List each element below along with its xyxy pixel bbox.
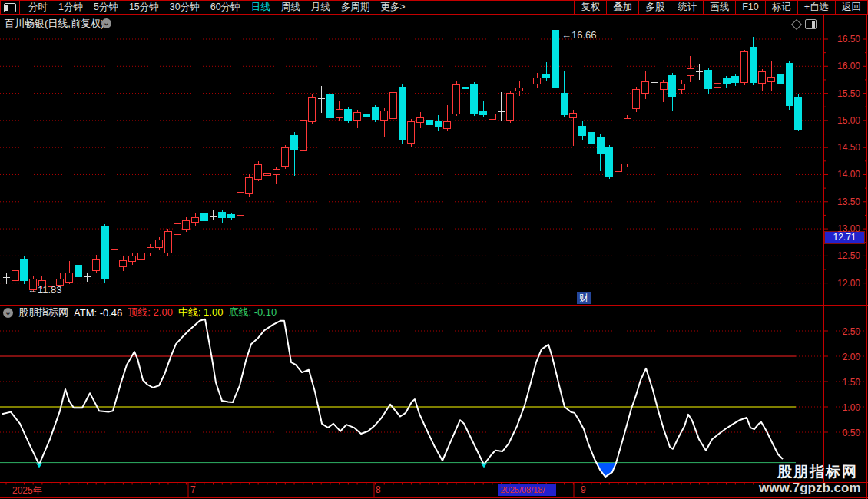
indicator-axis-label: 1.50 (843, 377, 860, 388)
price-axis-label: 14.00 (837, 169, 860, 180)
toolbar-button-7[interactable]: +自选 (797, 1, 835, 14)
timeframe-tab-5[interactable]: 60分钟 (205, 1, 246, 14)
toolbar-button-0[interactable]: 复权 (574, 1, 606, 14)
indicator-param-0: ATM: -0.46 (74, 307, 122, 319)
candle-up (246, 177, 253, 194)
timeframe-tab-4[interactable]: 30分钟 (164, 1, 205, 14)
finance-badge[interactable]: 财 (577, 292, 591, 304)
candle-up (516, 88, 523, 91)
price-axis-label: 16.00 (837, 61, 860, 71)
candle-up (507, 94, 514, 121)
candle-down (372, 108, 379, 120)
indicator-axis-label: 2.00 (843, 352, 860, 362)
collapse-icon[interactable]: ⌄ (3, 308, 13, 318)
candle-down (435, 121, 442, 127)
candle-up (156, 240, 163, 247)
candle-down (399, 87, 406, 139)
toolbar-button-2[interactable]: 多股 (638, 1, 671, 14)
toolbar-button-1[interactable]: 叠加 (606, 1, 638, 14)
candle-up (759, 71, 766, 84)
chevron-down-icon[interactable]: ⌄ (101, 18, 111, 28)
candle-down (345, 110, 352, 121)
toolbar-button-8[interactable]: 返回 (835, 1, 867, 14)
indicator-axis: 2.502.001.501.000.50 (823, 305, 868, 482)
panel-window-icon[interactable] (805, 19, 817, 29)
indicator-axis-label: 0.50 (843, 428, 860, 438)
candle-down (723, 78, 730, 84)
watermark-title: 股朋指标网 (777, 462, 858, 482)
candle-up (282, 148, 289, 167)
split-window-icon[interactable] (1, 1, 20, 14)
candle-down (228, 214, 235, 218)
dip-marker (36, 464, 42, 468)
watermark-url: www.7gpzb.com (759, 481, 861, 496)
high-price-label: ←16.66 (562, 29, 597, 41)
timeframe-tab-9[interactable]: 多周期 (336, 1, 376, 14)
timeframe-tab-0[interactable]: 分时 (23, 1, 53, 14)
candle-up (164, 232, 171, 253)
candle-up (453, 84, 460, 114)
indicator-axis-label: 2.50 (843, 326, 860, 337)
candle-up (687, 69, 694, 75)
timeframe-tab-3[interactable]: 15分钟 (124, 1, 164, 14)
timeframe-tab-8[interactable]: 月线 (306, 1, 336, 14)
candle-down (200, 213, 207, 220)
candle-up (147, 247, 154, 253)
candle-up (263, 173, 270, 176)
indicator-axis-label: 1.00 (843, 402, 860, 413)
timeframe-tab-1[interactable]: 1分钟 (53, 1, 88, 14)
indicator-name[interactable]: 股朋指标网 (18, 306, 68, 319)
candle-down (597, 137, 604, 153)
price-axis-label: 15.50 (837, 88, 860, 99)
candle-up (408, 121, 415, 143)
candle-up (354, 112, 361, 121)
candle-down (543, 74, 550, 78)
candle-up (336, 110, 343, 118)
candle-down (750, 48, 757, 83)
timeframe-tab-10[interactable]: 更多> (375, 1, 410, 14)
candle-up (192, 218, 199, 223)
candle-up (444, 121, 451, 128)
candle-up (111, 250, 118, 286)
candle-up (381, 111, 388, 121)
candle-up (255, 164, 262, 179)
year-label: 2025年 (12, 484, 42, 497)
selected-date-box: 2025/08/18/— (498, 484, 556, 496)
month-label-7: 7 (190, 484, 196, 495)
candle-down (219, 213, 226, 218)
candle-up (570, 114, 577, 118)
candle-up (120, 260, 127, 266)
timeframe-tab-7[interactable]: 周线 (276, 1, 306, 14)
candle-down (732, 76, 739, 82)
candle-up (389, 92, 396, 119)
price-axis: 16.5016.0015.5015.0014.5014.0013.5013.00… (823, 15, 868, 305)
indicator-param-3: 底线: -0.10 (228, 306, 277, 319)
toolbar-button-5[interactable]: F10 (735, 1, 765, 14)
month-label-9: 9 (581, 484, 586, 495)
candle-down (552, 31, 558, 88)
toolbar-button-3[interactable]: 统计 (671, 1, 703, 14)
candle-up (489, 114, 495, 119)
candle-up (768, 77, 775, 81)
candle-up (183, 220, 190, 229)
candle-up (714, 84, 721, 87)
toolbar-button-6[interactable]: 标记 (765, 1, 797, 14)
low-price-label: ←11.83 (28, 284, 62, 296)
candle-up (741, 52, 748, 83)
menu-bar: 分时1分钟5分钟15分钟30分钟60分钟日线周线月线多周期更多> 复权叠加多股统… (0, 0, 868, 15)
month-label-8: 8 (376, 484, 381, 495)
chart-canvas[interactable] (0, 0, 868, 499)
candle-down (21, 259, 28, 281)
indicator-param-2: 中线: 1.00 (178, 306, 224, 319)
timeframe-tab-2[interactable]: 5分钟 (88, 1, 124, 14)
candle-up (93, 259, 100, 270)
candle-up (237, 193, 244, 216)
price-axis-label: 12.50 (837, 250, 860, 261)
timeframe-tab-6[interactable]: 日线 (246, 1, 276, 14)
toolbar-button-4[interactable]: 画线 (703, 1, 735, 14)
price-axis-label: 13.50 (837, 197, 860, 207)
candle-up (417, 117, 424, 122)
candle-down (471, 84, 478, 114)
candle-down (579, 127, 586, 136)
dip-marker (481, 464, 487, 468)
